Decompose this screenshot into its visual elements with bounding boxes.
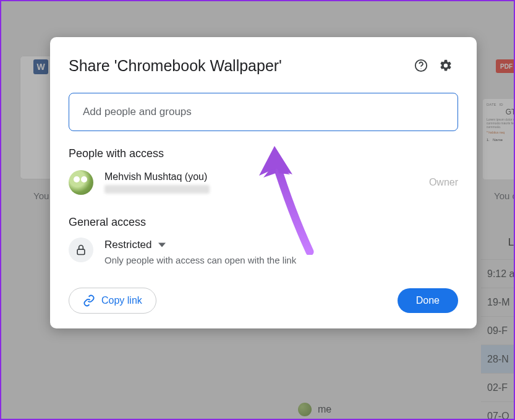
help-icon xyxy=(414,59,428,72)
lock-icon xyxy=(75,244,87,256)
done-button[interactable]: Done xyxy=(398,288,458,313)
access-level-label: Restricted xyxy=(104,239,152,251)
caret-down-icon xyxy=(158,241,166,249)
general-access-heading: General access xyxy=(69,216,458,229)
svg-point-1 xyxy=(420,68,421,69)
add-people-input[interactable] xyxy=(69,93,458,131)
settings-button[interactable] xyxy=(433,53,458,78)
svg-rect-2 xyxy=(77,249,85,254)
gear-icon xyxy=(439,59,453,72)
person-role: Owner xyxy=(429,177,458,188)
dialog-title: Share 'Chromebook Wallpaper' xyxy=(69,57,409,75)
copy-link-button[interactable]: Copy link xyxy=(69,288,156,314)
access-level-dropdown[interactable]: Restricted xyxy=(104,238,296,252)
person-name: Mehvish Mushtaq (you) xyxy=(104,171,418,182)
share-dialog: Share 'Chromebook Wallpaper' People with… xyxy=(50,37,477,328)
people-with-access-heading: People with access xyxy=(69,147,458,160)
avatar xyxy=(69,170,93,195)
lock-icon-circle xyxy=(69,238,93,262)
link-icon xyxy=(83,294,95,307)
access-note: Only people with access can open with th… xyxy=(104,255,296,265)
person-email-blurred xyxy=(104,185,210,194)
help-button[interactable] xyxy=(409,53,433,78)
copy-link-label: Copy link xyxy=(101,295,142,306)
person-row: Mehvish Mushtaq (you) Owner xyxy=(69,170,458,195)
